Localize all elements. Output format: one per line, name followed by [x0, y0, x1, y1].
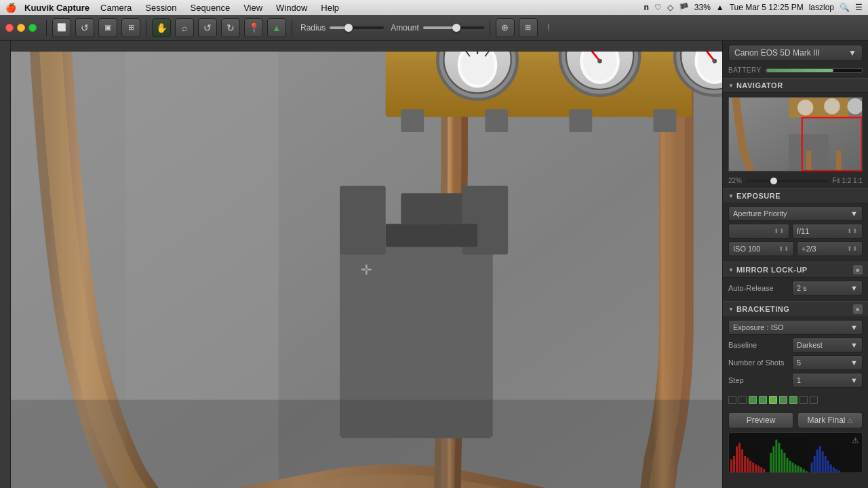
svg-rect-60: [781, 449, 783, 472]
shots-select[interactable]: 5 ▼: [792, 355, 863, 370]
step-select[interactable]: 1 ▼: [792, 373, 863, 388]
baseline-label: Baseline: [728, 341, 789, 349]
menu-heart-icon: ♡: [654, 3, 662, 12]
bracket-sq-0[interactable]: [728, 396, 736, 404]
mirror-square-btn[interactable]: ■: [853, 265, 863, 274]
svg-rect-44: [733, 456, 735, 472]
menu-battery: 33%: [694, 3, 711, 12]
step-row: Step 1 ▼: [728, 373, 863, 388]
mirror-lockup-header[interactable]: ▼ MIRROR LOCK-UP ■: [723, 262, 868, 278]
menu-window[interactable]: Window: [273, 3, 310, 13]
svg-rect-66: [797, 466, 800, 472]
bracket-sq-5[interactable]: [779, 396, 787, 404]
iso-value: ISO 100: [733, 245, 760, 253]
camera-selector[interactable]: Canon EOS 5D Mark III ▼: [728, 45, 863, 61]
grid-multi-button[interactable]: ⊞: [121, 18, 140, 37]
camera-name: Canon EOS 5D Mark III: [734, 48, 820, 58]
rotate-right-button[interactable]: ↻: [221, 18, 240, 37]
navigator-preview[interactable]: [728, 97, 863, 171]
bracketing-square-btn[interactable]: ■: [853, 304, 863, 314]
menu-user: laszlop: [809, 3, 834, 12]
svg-rect-63: [789, 461, 791, 472]
bracket-sq-2[interactable]: [749, 396, 757, 404]
svg-rect-35: [11, 52, 125, 488]
svg-rect-45: [736, 446, 738, 472]
amount-slider[interactable]: [423, 26, 484, 29]
hand-tool-button[interactable]: ✋: [152, 18, 171, 37]
menu-session[interactable]: Session: [142, 3, 179, 13]
baseline-arrow: ▼: [850, 341, 858, 349]
shots-arrow: ▼: [850, 359, 858, 367]
exposure-header[interactable]: ▼ EXPOSURE: [723, 188, 868, 203]
shutter-select[interactable]: ⬆⬇: [728, 224, 789, 239]
menu-search-icon[interactable]: 🔍: [840, 3, 850, 12]
grid-single-button[interactable]: ▣: [98, 18, 117, 37]
menu-help[interactable]: Help: [318, 3, 342, 13]
info-button[interactable]: !: [542, 18, 555, 37]
radius-slider[interactable]: [330, 26, 384, 29]
flag-button[interactable]: ▲: [267, 18, 286, 37]
close-window-btn[interactable]: [5, 24, 14, 32]
apple-logo[interactable]: 🍎: [5, 3, 16, 13]
bracket-sq-7[interactable]: [800, 396, 808, 404]
refresh-button[interactable]: ↺: [75, 18, 94, 37]
shutter-aperture-row: ⬆⬇ f/11 ⬆⬇: [728, 224, 863, 239]
exposure-title: EXPOSURE: [736, 192, 781, 200]
photo-image: [11, 52, 722, 488]
iso-select[interactable]: ISO 100 ⬆⬇: [728, 241, 794, 256]
target-button[interactable]: ⊕: [496, 18, 515, 37]
menu-list-icon[interactable]: ☰: [855, 3, 863, 12]
zoom-thumb[interactable]: [770, 178, 777, 184]
shots-label: Number of Shots: [728, 359, 789, 367]
bracket-sq-1[interactable]: [738, 396, 747, 404]
svg-rect-71: [814, 456, 816, 472]
navigator-zoom: 22% Fit 1:2 1:1: [723, 176, 868, 188]
aperture-select[interactable]: f/11 ⬆⬇: [792, 224, 863, 239]
auto-release-select[interactable]: 2 s ▼: [792, 281, 863, 296]
menu-camera[interactable]: Camera: [98, 3, 134, 13]
svg-rect-64: [791, 463, 793, 473]
rotate-left-button[interactable]: ↺: [198, 18, 217, 37]
svg-rect-72: [816, 449, 818, 472]
histogram: ⚠: [728, 432, 863, 473]
bracketing-header[interactable]: ▼ BRACKETING ■: [723, 301, 868, 317]
svg-rect-55: [763, 469, 765, 472]
exposure-mode-arrow: ▼: [850, 209, 858, 218]
svg-rect-52: [755, 464, 757, 472]
svg-rect-76: [827, 461, 829, 472]
baseline-select[interactable]: Darkest ▼: [792, 338, 863, 352]
bracketing-mode-value: Exposure : ISO: [733, 323, 784, 331]
zoom-tool-button[interactable]: ⌕: [175, 18, 194, 37]
svg-rect-7: [569, 109, 592, 132]
bracket-sq-3[interactable]: [759, 396, 767, 404]
zoom-slider[interactable]: [746, 180, 829, 182]
svg-point-27: [712, 59, 717, 64]
photo-canvas[interactable]: ✛: [11, 52, 722, 488]
open-button[interactable]: ⬜: [52, 18, 71, 37]
grid-overlay-button[interactable]: ⊞: [519, 18, 538, 37]
auto-release-label: Auto-Release: [728, 284, 789, 292]
exposure-mode-select[interactable]: Aperture Priority ▼: [728, 206, 863, 221]
menu-sequence[interactable]: Sequence: [188, 3, 233, 13]
menu-view[interactable]: View: [241, 3, 265, 13]
preview-button[interactable]: Preview: [728, 412, 793, 428]
step-arrow: ▼: [850, 376, 858, 384]
navigator-header[interactable]: ▼ NAVIGATOR: [723, 78, 868, 93]
svg-rect-30: [340, 186, 386, 255]
bracket-sq-6[interactable]: [789, 396, 797, 404]
bracketing-mode-select[interactable]: Exposure : ISO ▼: [728, 320, 863, 335]
navigator-collapse-icon: ▼: [728, 83, 734, 89]
bracket-sq-4[interactable]: [769, 396, 777, 404]
minimize-window-btn[interactable]: [17, 24, 25, 32]
battery-fill: [766, 69, 833, 72]
ev-select[interactable]: +2/3 ⬆⬇: [797, 241, 863, 256]
mark-final-button[interactable]: Mark Final ⚠: [797, 412, 863, 428]
bracket-sq-8[interactable]: [810, 396, 818, 404]
refresh-icon: ↺: [81, 22, 89, 33]
menubar-right: n ♡ ◇ 🏴 33% ▲ Tue Mar 5 12:25 PM laszlop…: [644, 3, 863, 12]
step-label: Step: [728, 376, 789, 384]
hand-icon: ✋: [156, 22, 167, 33]
location-button[interactable]: 📍: [244, 18, 263, 37]
exposure-section: Aperture Priority ▼ ⬆⬇ f/11 ⬆⬇ ISO 100 ⬆…: [723, 203, 868, 262]
maximize-window-btn[interactable]: [28, 24, 37, 32]
